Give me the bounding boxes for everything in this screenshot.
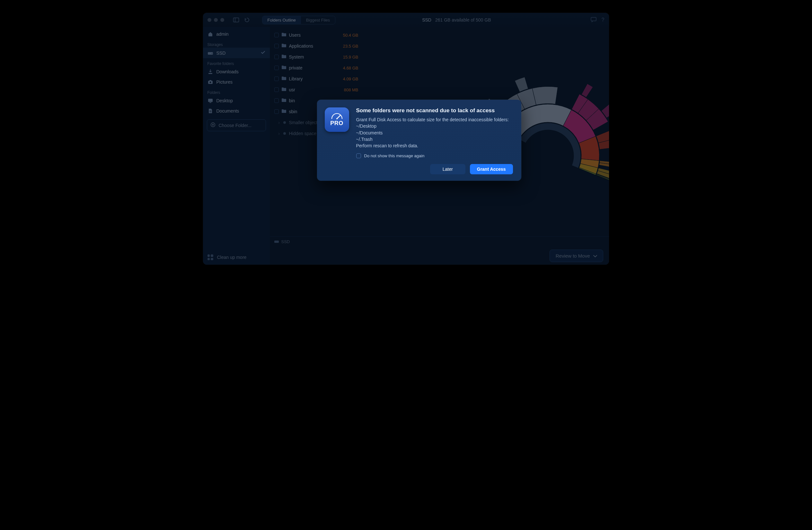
feedback-icon[interactable] [591, 17, 596, 23]
folder-size: 4.68 GB [338, 66, 359, 70]
checkbox[interactable] [274, 76, 279, 81]
choose-folder-button[interactable]: Choose Folder... [207, 119, 266, 131]
folder-icon [281, 109, 287, 114]
sidebar-head-folders: Folders [203, 87, 270, 96]
folder-size: 50.4 GB [338, 33, 359, 38]
review-label: Review to Move [556, 253, 590, 259]
svg-point-8 [209, 82, 211, 83]
toggle-sidebar-icon[interactable] [232, 16, 240, 24]
folder-icon [281, 87, 287, 92]
sidebar-head-storages: Storages [203, 39, 270, 47]
folder-icon [281, 54, 287, 59]
svg-rect-2 [591, 17, 596, 21]
modal-path: ~/Documents [356, 130, 513, 136]
checkbox[interactable] [274, 44, 279, 48]
camera-icon [207, 80, 213, 84]
disk-icon [207, 51, 213, 55]
chevron-right-icon: › [277, 120, 281, 125]
checkbox[interactable] [274, 87, 279, 92]
tab-folders-outline[interactable]: Folders Outline [262, 16, 301, 24]
title-status: SSD 261 GB available of 500 GB [339, 17, 587, 23]
disk-status: 261 GB available of 500 GB [435, 17, 491, 23]
tab-biggest-files[interactable]: Biggest Files [301, 16, 335, 24]
checkbox[interactable] [356, 153, 361, 158]
checkbox[interactable] [274, 66, 279, 70]
sidebar-item-downloads[interactable]: Downloads [203, 67, 270, 77]
svg-rect-5 [208, 73, 212, 74]
disk-icon [274, 239, 279, 244]
app-icon-label: PRO [330, 120, 343, 127]
svg-point-4 [212, 53, 212, 54]
sidebar: admin Storages SSD Favorite folders Down… [203, 27, 270, 265]
folder-icon [281, 76, 287, 81]
breadcrumb: SSD [270, 236, 609, 247]
later-button[interactable]: Later [430, 164, 465, 174]
folder-row[interactable]: private4.68 GB [270, 62, 363, 73]
sidebar-item-label: Documents [217, 108, 239, 113]
folder-row[interactable]: Library4.09 GB [270, 73, 363, 84]
download-icon [207, 69, 213, 74]
folder-name: Users [289, 32, 335, 38]
folder-row[interactable]: usr808 MB [270, 84, 363, 95]
desktop-icon [207, 98, 213, 103]
folder-icon [281, 43, 287, 48]
svg-rect-12 [209, 112, 211, 112]
folder-row[interactable]: Applications23.5 GB [270, 41, 363, 52]
modal-lead: Grant Full Disk Access to calculate size… [356, 117, 509, 122]
apps-grid-icon [207, 254, 213, 260]
svg-rect-10 [209, 102, 211, 103]
app-window: Folders Outline Biggest Files SSD 261 GB… [203, 13, 609, 265]
sidebar-item-pictures[interactable]: Pictures [203, 77, 270, 87]
folder-row[interactable]: System15.9 GB [270, 52, 363, 62]
sidebar-item-documents[interactable]: Documents [203, 106, 270, 116]
svg-rect-14 [274, 240, 279, 243]
svg-rect-7 [209, 80, 211, 81]
plus-circle-icon [211, 122, 216, 128]
folder-name: Library [289, 76, 335, 81]
folder-name: Applications [289, 43, 335, 48]
minimize-dot[interactable] [214, 18, 218, 22]
breadcrumb-label: SSD [281, 239, 290, 244]
sidebar-item-desktop[interactable]: Desktop [203, 96, 270, 106]
home-icon [207, 31, 213, 37]
zoom-dot[interactable] [220, 18, 224, 22]
gauge-icon [331, 113, 343, 119]
sidebar-item-label: SSD [217, 51, 226, 56]
folder-icon [281, 65, 287, 70]
bullet-icon [283, 132, 286, 135]
close-dot[interactable] [207, 18, 211, 22]
sidebar-item-label: Desktop [217, 98, 233, 103]
grant-access-button[interactable]: Grant Access [470, 164, 513, 174]
checkbox[interactable] [274, 98, 279, 103]
clean-up-more-button[interactable]: Clean up more [203, 250, 270, 265]
sidebar-item-label: Pictures [217, 80, 233, 85]
footer: Review to Move [270, 247, 609, 265]
checkbox[interactable] [274, 33, 279, 37]
folder-icon [281, 98, 287, 103]
sidebar-item-label: Downloads [217, 69, 239, 74]
checkbox[interactable] [274, 55, 279, 59]
sidebar-user[interactable]: admin [203, 29, 270, 39]
sidebar-item-ssd[interactable]: SSD [203, 47, 270, 58]
folder-icon [281, 32, 287, 38]
svg-point-15 [336, 118, 337, 119]
view-segmented: Folders Outline Biggest Files [262, 16, 336, 25]
folder-size: 808 MB [338, 87, 359, 92]
folder-size: 15.9 GB [338, 55, 359, 59]
folder-name: System [289, 54, 335, 59]
review-to-move-button[interactable]: Review to Move [550, 250, 603, 262]
modal-title: Some folders were not scanned due to lac… [356, 108, 513, 114]
rescan-icon[interactable] [243, 16, 251, 24]
checkbox[interactable] [274, 109, 279, 114]
chevron-down-icon [593, 253, 597, 259]
sidebar-head-favorites: Favorite folders [203, 58, 270, 67]
app-icon: PRO [325, 108, 349, 132]
bullet-icon [283, 121, 286, 124]
do-not-show-again[interactable]: Do not show this message again [356, 153, 513, 158]
folder-size: 23.5 GB [338, 44, 359, 48]
clean-up-label: Clean up more [217, 255, 247, 260]
choose-folder-label: Choose Folder... [219, 123, 252, 128]
help-icon[interactable]: ? [601, 17, 605, 23]
folder-row[interactable]: Users50.4 GB [270, 30, 363, 41]
do-not-show-label: Do not show this message again [364, 153, 425, 158]
